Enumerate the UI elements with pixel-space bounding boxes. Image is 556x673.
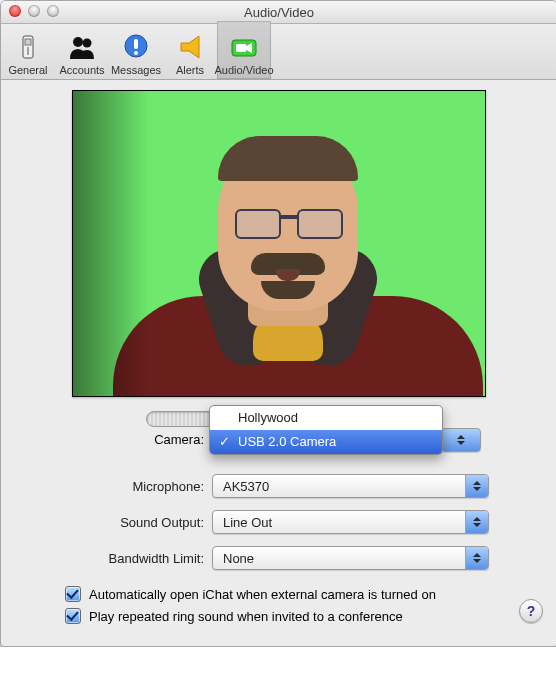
content-area: Camera: Hollywood ✓ USB 2.0 Camera Micro…	[1, 80, 556, 627]
bandwidth-row: Bandwidth Limit: None	[69, 543, 489, 573]
toolbar-label: Accounts	[59, 64, 104, 76]
svg-rect-6	[134, 39, 138, 49]
preferences-window: Audio/Video General	[0, 0, 556, 647]
repeated-ring-row: Play repeated ring sound when invited to…	[65, 605, 555, 627]
camera-option-hollywood[interactable]: Hollywood	[210, 406, 442, 430]
auto-open-checkbox[interactable]	[65, 586, 81, 602]
repeated-ring-checkbox[interactable]	[65, 608, 81, 624]
zoom-window-button[interactable]	[47, 5, 59, 17]
auto-open-row: Automatically open iChat when external c…	[65, 583, 555, 605]
svg-rect-9	[236, 44, 246, 52]
sound-output-value: Line Out	[223, 515, 272, 530]
toolbar-label: Alerts	[176, 64, 204, 76]
camera-row: Camera: Hollywood ✓ USB 2.0 Camera	[69, 435, 489, 465]
toolbar-item-accounts[interactable]: Accounts	[55, 21, 109, 79]
microphone-label: Microphone:	[69, 479, 212, 494]
video-preview	[72, 90, 486, 397]
audio-video-icon	[228, 32, 260, 62]
toolbar-label: Audio/Video	[214, 64, 273, 76]
camera-option-usb[interactable]: ✓ USB 2.0 Camera	[210, 430, 442, 454]
toolbar-item-alerts[interactable]: Alerts	[163, 21, 217, 79]
microphone-row: Microphone: AK5370	[69, 471, 489, 501]
toolbar-label: General	[8, 64, 47, 76]
camera-label: Camera:	[66, 432, 204, 447]
help-icon: ?	[527, 603, 536, 619]
bandwidth-value: None	[223, 551, 254, 566]
microphone-value: AK5370	[223, 479, 269, 494]
repeated-ring-label: Play repeated ring sound when invited to…	[89, 609, 403, 624]
sound-output-label: Sound Output:	[69, 515, 212, 530]
accounts-icon	[66, 32, 98, 62]
alerts-icon	[174, 32, 206, 62]
toolbar-item-messages[interactable]: Messages	[109, 21, 163, 79]
auto-open-label: Automatically open iChat when external c…	[89, 587, 436, 602]
sound-output-select[interactable]: Line Out	[212, 510, 489, 534]
stepper-icon	[465, 511, 488, 533]
close-window-button[interactable]	[9, 5, 21, 17]
person-silhouette	[143, 141, 443, 397]
settings-form: Camera: Hollywood ✓ USB 2.0 Camera Micro…	[69, 435, 489, 573]
bandwidth-label: Bandwidth Limit:	[69, 551, 212, 566]
general-icon	[12, 32, 44, 62]
traffic-lights	[9, 5, 59, 17]
help-button[interactable]: ?	[519, 599, 543, 623]
camera-dropdown-menu: Hollywood ✓ USB 2.0 Camera	[209, 405, 443, 455]
stepper-icon	[465, 475, 488, 497]
toolbar-label: Messages	[111, 64, 161, 76]
toolbar-item-general[interactable]: General	[1, 21, 55, 79]
stepper-icon	[465, 547, 488, 569]
checkmark-icon: ✓	[219, 433, 230, 451]
toolbar-item-audio-video[interactable]: Audio/Video	[217, 21, 271, 79]
checkbox-group: Automatically open iChat when external c…	[25, 583, 555, 627]
minimize-window-button[interactable]	[28, 5, 40, 17]
window-title: Audio/Video	[244, 5, 314, 20]
bandwidth-select[interactable]: None	[212, 546, 489, 570]
camera-select-stepper-icon[interactable]	[441, 428, 481, 452]
svg-point-7	[134, 51, 138, 55]
sound-output-row: Sound Output: Line Out	[69, 507, 489, 537]
messages-icon	[120, 32, 152, 62]
svg-point-4	[83, 39, 92, 48]
preferences-toolbar: General Accounts Messages	[1, 24, 556, 80]
svg-point-3	[73, 37, 83, 47]
svg-rect-1	[25, 39, 31, 45]
microphone-select[interactable]: AK5370	[212, 474, 489, 498]
